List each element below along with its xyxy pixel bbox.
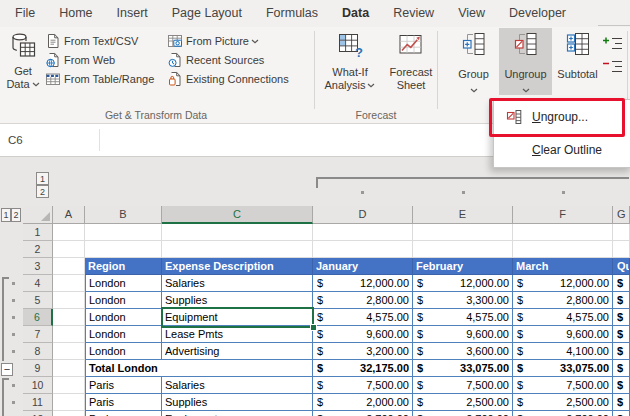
from-table-range-button[interactable]: From Table/Range	[45, 70, 154, 88]
cell-G1[interactable]	[613, 224, 630, 241]
column-outline-level-2-button[interactable]: 2	[36, 185, 49, 198]
cell-B1[interactable]	[85, 224, 162, 241]
name-box[interactable]: C6	[8, 124, 23, 156]
cell-B2[interactable]	[85, 241, 162, 258]
cell-A12[interactable]	[53, 411, 85, 416]
cell-E2[interactable]	[413, 241, 513, 258]
row-header-11[interactable]: 11	[23, 394, 53, 411]
column-header-E[interactable]: E	[413, 206, 513, 224]
cell-C1[interactable]	[162, 224, 313, 241]
column-header-B[interactable]: B	[85, 206, 162, 224]
cell-B4[interactable]: London	[85, 275, 162, 292]
cell-F10[interactable]: $7,500.00	[513, 377, 613, 394]
cell-G10[interactable]: $	[613, 377, 630, 394]
cell-D6[interactable]: $4,575.00	[313, 309, 413, 326]
tab-developer[interactable]: Developer	[497, 0, 578, 27]
cell-F9[interactable]: $33,075.00	[513, 360, 613, 377]
row-outline-level-1-button[interactable]: 1	[1, 208, 11, 222]
cell-F11[interactable]: $2,500.00	[513, 394, 613, 411]
cell-G3[interactable]: Qu	[613, 258, 630, 275]
cell-E10[interactable]: $7,500.00	[413, 377, 513, 394]
cell-F6[interactable]: $4,575.00	[513, 309, 613, 326]
cell-D2[interactable]	[313, 241, 413, 258]
cell-D7[interactable]: $9,600.00	[313, 326, 413, 343]
row-header-3[interactable]: 3	[23, 258, 53, 275]
recent-sources-button[interactable]: Recent Sources	[167, 51, 264, 69]
cell-F8[interactable]: $4,100.00	[513, 343, 613, 360]
select-all-corner[interactable]	[23, 206, 53, 224]
group-button[interactable]: Group	[449, 28, 498, 95]
cell-E5[interactable]: $3,300.00	[413, 292, 513, 309]
cell-A5[interactable]	[53, 292, 85, 309]
cell-A11[interactable]	[53, 394, 85, 411]
cell-B3[interactable]: Region	[85, 258, 162, 275]
cell-A10[interactable]	[53, 377, 85, 394]
cell-C12[interactable]: Equipment	[162, 411, 313, 416]
cell-A2[interactable]	[53, 241, 85, 258]
cell-D3[interactable]: January	[313, 258, 413, 275]
tab-page-layout[interactable]: Page Layout	[160, 0, 254, 27]
ungroup-dropdown-arrow[interactable]	[499, 83, 552, 96]
cell-E8[interactable]: $3,600.00	[413, 343, 513, 360]
cell-E6[interactable]: $4,575.00	[413, 309, 513, 326]
collapse-group-button[interactable]: −	[1, 363, 13, 376]
cell-C10[interactable]: Salaries	[162, 377, 313, 394]
cell-B6[interactable]: London	[85, 309, 162, 326]
show-detail-button[interactable]	[602, 34, 627, 52]
column-header-F[interactable]: F	[513, 206, 613, 224]
ungroup-button[interactable]: Ungroup	[499, 28, 552, 95]
cell-G2[interactable]	[613, 241, 630, 258]
group-dropdown-arrow[interactable]	[449, 83, 498, 96]
cell-B9[interactable]: Total London	[85, 360, 313, 377]
from-text-csv-button[interactable]: From Text/CSV	[45, 32, 138, 50]
cell-E11[interactable]: $2,500.00	[413, 394, 513, 411]
cell-F1[interactable]	[513, 224, 613, 241]
cell-A8[interactable]	[53, 343, 85, 360]
cell-C11[interactable]: Supplies	[162, 394, 313, 411]
cell-C2[interactable]	[162, 241, 313, 258]
column-outline-level-1-button[interactable]: 1	[36, 172, 49, 185]
cell-E7[interactable]: $9,600.00	[413, 326, 513, 343]
cell-F3[interactable]: March	[513, 258, 613, 275]
tab-view[interactable]: View	[446, 0, 497, 27]
cell-A3[interactable]	[53, 258, 85, 275]
cell-A4[interactable]	[53, 275, 85, 292]
cell-D10[interactable]: $7,500.00	[313, 377, 413, 394]
menu-item-clear-outline[interactable]: Clear Outline	[494, 133, 630, 166]
forecast-sheet-button[interactable]: Forecast Sheet	[384, 28, 438, 95]
column-header-G[interactable]: G	[613, 206, 630, 224]
cell-C8[interactable]: Advertising	[162, 343, 313, 360]
cell-A7[interactable]	[53, 326, 85, 343]
cell-B10[interactable]: Paris	[85, 377, 162, 394]
cell-E12[interactable]: $2,700.00	[413, 411, 513, 416]
get-data-button[interactable]: Get Data	[4, 28, 42, 95]
row-header-9[interactable]: 9	[23, 360, 53, 377]
hide-detail-button[interactable]	[602, 57, 627, 75]
row-header-10[interactable]: 10	[23, 377, 53, 394]
cell-B5[interactable]: London	[85, 292, 162, 309]
from-web-button[interactable]: From Web	[45, 51, 115, 69]
cell-F5[interactable]: $2,800.00	[513, 292, 613, 309]
row-header-6[interactable]: 6	[23, 309, 53, 326]
column-header-D[interactable]: D	[313, 206, 413, 224]
cell-B8[interactable]: London	[85, 343, 162, 360]
tab-home[interactable]: Home	[47, 0, 104, 27]
cell-G7[interactable]: $	[613, 326, 630, 343]
cell-B7[interactable]: London	[85, 326, 162, 343]
cell-G8[interactable]: $	[613, 343, 630, 360]
what-if-analysis-button[interactable]: ? What-If Analysis	[318, 28, 382, 95]
tab-insert[interactable]: Insert	[105, 0, 160, 27]
row-header-4[interactable]: 4	[23, 275, 53, 292]
cell-G6[interactable]: $	[613, 309, 630, 326]
cell-D12[interactable]: $2,700.00	[313, 411, 413, 416]
tab-data[interactable]: Data	[330, 0, 381, 27]
cell-F4[interactable]: $12,000.00	[513, 275, 613, 292]
cell-A6[interactable]	[53, 309, 85, 326]
row-header-5[interactable]: 5	[23, 292, 53, 309]
fill-handle[interactable]	[310, 324, 317, 331]
cell-C7[interactable]: Lease Pmts	[162, 326, 313, 343]
cell-D4[interactable]: $12,000.00	[313, 275, 413, 292]
cell-A1[interactable]	[53, 224, 85, 241]
subtotal-button[interactable]: Subtotal	[553, 28, 602, 95]
cell-D8[interactable]: $3,200.00	[313, 343, 413, 360]
